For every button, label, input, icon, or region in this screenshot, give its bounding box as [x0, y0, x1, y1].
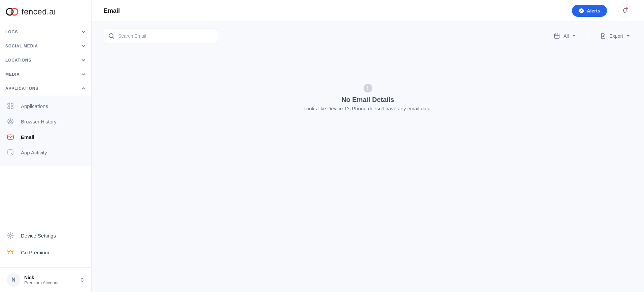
caret-down-icon — [626, 34, 630, 38]
email-icon — [7, 133, 14, 141]
sidebar: fenced.ai LOGS SOCIAL MEDIA LOCATIONS ME… — [0, 0, 92, 292]
chevron-down-icon — [81, 58, 86, 63]
alerts-button[interactable]: Alerts — [572, 5, 607, 17]
calendar-icon — [553, 33, 560, 39]
sidebar-bottom: Device Settings Go Premium N Nick Premiu… — [0, 220, 91, 292]
search-input[interactable] — [104, 29, 218, 43]
svg-rect-4 — [8, 107, 10, 109]
svg-point-7 — [9, 120, 11, 122]
empty-title: No Email Details — [341, 96, 394, 104]
nav-section-media: MEDIA — [0, 67, 91, 81]
caret-down-icon — [572, 34, 576, 38]
topbar: Email Alerts — [92, 0, 644, 22]
logo[interactable]: fenced.ai — [0, 0, 91, 25]
svg-rect-3 — [11, 103, 13, 105]
toolbar: All Export — [92, 22, 644, 50]
empty-subtitle: Looks like Device 1's Phone doesn't have… — [304, 106, 432, 111]
nav-section-locations: LOCATIONS — [0, 53, 91, 67]
sidebar-item-app-activity[interactable]: App Activity — [0, 145, 91, 160]
compass-icon — [579, 8, 584, 13]
apps-icon — [7, 102, 14, 110]
nav-section-logs: LOGS — [0, 25, 91, 39]
chevron-up-icon — [81, 86, 86, 91]
avatar: N — [7, 273, 20, 287]
sort-icon — [80, 277, 84, 283]
nav-header-logs[interactable]: LOGS — [5, 25, 86, 39]
nav-header-social[interactable]: SOCIAL MEDIA — [5, 39, 86, 53]
sidebar-item-go-premium[interactable]: Go Premium — [0, 244, 91, 261]
chevron-down-icon — [81, 44, 86, 48]
alert-icon: ! — [364, 84, 372, 93]
svg-rect-2 — [8, 103, 10, 105]
svg-rect-8 — [7, 135, 13, 139]
user-name: Nick — [24, 275, 76, 280]
nav-header-locations[interactable]: LOCATIONS — [5, 53, 86, 67]
date-filter[interactable]: All — [551, 33, 578, 39]
sidebar-item-applications[interactable]: Applications — [0, 98, 91, 114]
svg-rect-13 — [554, 34, 559, 38]
browser-icon — [7, 118, 14, 125]
sidebar-item-device-settings[interactable]: Device Settings — [0, 227, 91, 244]
divider — [588, 31, 588, 41]
main: Email Alerts All — [92, 0, 644, 292]
nav-section-applications: APPLICATIONS — [0, 81, 91, 96]
applications-sub-items: Applications Browser History Email App A… — [0, 96, 91, 166]
svg-point-10 — [9, 234, 11, 236]
export-button[interactable]: Export — [598, 33, 632, 39]
search-wrap — [104, 29, 218, 43]
user-menu[interactable]: N Nick Premium Account — [0, 267, 91, 292]
logo-text: fenced.ai — [22, 7, 56, 16]
sidebar-item-browser-history[interactable]: Browser History — [0, 114, 91, 129]
content-area: ! No Email Details Looks like Device 1's… — [92, 50, 644, 292]
svg-point-1 — [11, 8, 18, 15]
export-icon — [600, 33, 606, 39]
notification-dot — [626, 7, 628, 9]
page-title: Email — [104, 7, 120, 14]
logo-icon — [5, 7, 20, 17]
search-icon — [108, 33, 114, 39]
crown-icon — [7, 249, 14, 256]
nav-header-media[interactable]: MEDIA — [5, 67, 86, 81]
svg-point-12 — [109, 34, 113, 38]
gear-icon — [7, 232, 14, 239]
chevron-down-icon — [81, 30, 86, 34]
chevron-down-icon — [81, 72, 86, 77]
notifications-button[interactable] — [618, 4, 632, 17]
svg-rect-5 — [11, 107, 13, 109]
nav-header-applications[interactable]: APPLICATIONS — [5, 81, 86, 96]
activity-icon — [7, 149, 14, 156]
user-plan: Premium Account — [24, 280, 76, 285]
sidebar-item-email[interactable]: Email — [0, 129, 91, 145]
nav-section-social: SOCIAL MEDIA — [0, 39, 91, 53]
